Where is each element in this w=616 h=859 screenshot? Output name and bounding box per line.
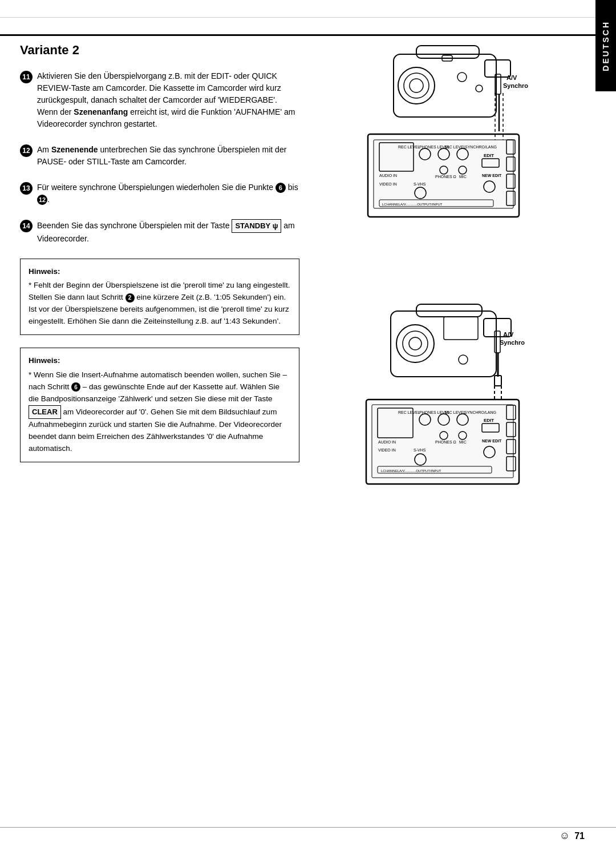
camcorder-2: A/V Synchro — [391, 304, 525, 400]
svg-rect-55 — [495, 376, 501, 386]
svg-text:MIC LEVEL: MIC LEVEL — [445, 145, 466, 149]
svg-text:PHONES Ω: PHONES Ω — [435, 440, 456, 444]
svg-text:REC LEVEL: REC LEVEL — [398, 410, 420, 414]
item-13-text: Für weitere synchrone Überspielungen wie… — [37, 182, 299, 205]
item-12: 12 Am Szenenende unterbrechen Sie das sy… — [20, 144, 299, 168]
svg-text:NEW EDIT: NEW EDIT — [482, 439, 502, 443]
item-14-text: Beenden Sie das synchrone Überspielen mi… — [37, 219, 299, 245]
sidebar-label: DEUTSCH — [601, 21, 610, 71]
recorder-2: REC LEVEL PHONES LEVEL MIC LEVEL SYNCHRO… — [366, 400, 519, 484]
item-11: 11 Aktivieren Sie den Überspielvorgang z… — [20, 70, 299, 130]
svg-text:Synchro: Synchro — [500, 339, 525, 346]
svg-point-2 — [404, 73, 429, 98]
page-title: Variante 2 — [20, 43, 299, 58]
svg-rect-4 — [416, 46, 479, 58]
svg-text:S-VHS: S-VHS — [414, 182, 426, 186]
item-11-number: 11 — [20, 71, 33, 83]
top-border — [0, 34, 616, 36]
svg-text:LCHANNELA/V............OUTPUT/: LCHANNELA/V............OUTPUT/INPUT — [382, 203, 443, 206]
svg-text:REC LEVEL: REC LEVEL — [398, 145, 420, 149]
svg-text:A/V: A/V — [506, 74, 517, 81]
diagram-top-svg: A/V Synchro — [359, 43, 536, 283]
svg-text:S-VHS: S-VHS — [414, 448, 426, 452]
svg-text:NEW EDIT: NEW EDIT — [482, 174, 502, 178]
svg-text:MIC: MIC — [459, 440, 467, 444]
svg-point-6 — [457, 72, 467, 82]
svg-text:EDIT: EDIT — [484, 153, 494, 158]
bottom-divider — [0, 827, 616, 828]
item-13: 13 Für weitere synchrone Überspielungen … — [20, 182, 299, 205]
svg-text:MIC LEVEL: MIC LEVEL — [445, 410, 466, 414]
svg-point-50 — [459, 355, 468, 364]
hint-box-2: Hinweis: * Wenn Sie die Insert-Aufnahme … — [20, 348, 299, 462]
sidebar-tab: DEUTSCH — [595, 0, 616, 91]
recorder-1: REC LEVEL PHONES LEVEL MIC LEVEL SYNCHRO… — [368, 134, 519, 217]
right-column: A/V Synchro — [311, 43, 585, 825]
item-13-number: 13 — [20, 182, 33, 195]
svg-text:AUDIO IN: AUDIO IN — [378, 440, 396, 444]
hint-text-1: * Fehlt der Beginn der Überspielszene is… — [29, 280, 291, 328]
svg-point-7 — [476, 85, 483, 92]
diagram-bottom-svg: A/V Synchro — [359, 303, 536, 554]
svg-point-44 — [396, 325, 434, 362]
svg-text:SYNCHRO/LANG: SYNCHRO/LANG — [464, 410, 496, 414]
svg-point-3 — [410, 79, 423, 92]
svg-text:VIDEO IN: VIDEO IN — [379, 182, 397, 186]
svg-point-45 — [403, 331, 428, 356]
page-number: 71 — [574, 831, 585, 841]
item-12-text: Am Szenenende unterbrechen Sie das synch… — [37, 144, 299, 168]
diagram-bottom: A/V Synchro — [311, 303, 585, 554]
hint-title-1: Hinweis: — [29, 266, 291, 278]
smiley-icon: ☺ — [560, 830, 570, 842]
svg-text:Synchro: Synchro — [503, 82, 528, 89]
main-content: Variante 2 11 Aktivieren Sie den Überspi… — [20, 43, 585, 825]
clear-key: CLEAR — [29, 405, 61, 419]
svg-text:EDIT: EDIT — [484, 418, 494, 423]
svg-text:MIC: MIC — [459, 175, 467, 179]
hint-text-2: * Wenn Sie die Insert-Aufnahme automatis… — [29, 369, 291, 455]
svg-text:A/V: A/V — [503, 331, 514, 338]
svg-rect-49 — [444, 317, 478, 340]
svg-point-46 — [409, 337, 422, 350]
hint-title-2: Hinweis: — [29, 355, 291, 367]
item-14-number: 14 — [20, 220, 33, 232]
diagram-top: A/V Synchro — [311, 43, 585, 283]
top-faint-divider — [0, 17, 616, 18]
svg-text:VIDEO IN: VIDEO IN — [378, 448, 396, 452]
svg-text:SYNCHRO/LANG: SYNCHRO/LANG — [465, 145, 497, 149]
item-14: 14 Beenden Sie das synchrone Überspielen… — [20, 219, 299, 245]
item-11-text: Aktivieren Sie den Überspielvorgang z.B.… — [37, 70, 299, 130]
svg-text:LCHANNELA/V............OUTPUT/: LCHANNELA/V............OUTPUT/INPUT — [381, 469, 441, 473]
item-12-number: 12 — [20, 144, 33, 157]
svg-text:AUDIO IN: AUDIO IN — [379, 174, 397, 178]
standby-key: STANDBY ψ — [232, 219, 281, 233]
bottom-bar: ☺ 71 — [20, 830, 585, 842]
svg-text:PHONES Ω: PHONES Ω — [435, 175, 456, 179]
left-column: Variante 2 11 Aktivieren Sie den Überspi… — [20, 43, 299, 825]
hint-box-1: Hinweis: * Fehlt der Beginn der Überspie… — [20, 259, 299, 336]
